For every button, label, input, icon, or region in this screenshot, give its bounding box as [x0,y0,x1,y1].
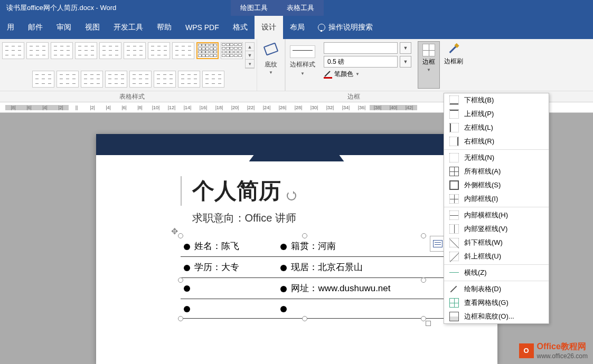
menu-item-inside-v-border[interactable]: 内部竖框线(V) [444,222,549,236]
chevron-down-icon[interactable]: ▼ [400,56,411,68]
chevron-down-icon: ▼ [300,71,305,76]
menu-item-diag-up-border[interactable]: 斜上框线(U) [444,250,549,263]
table-style-option[interactable] [105,71,127,88]
watermark: O Office教程网 www.office26.com [519,341,588,360]
contextual-tabs: 绘图工具 表格工具 [231,0,324,16]
menu-item-bottom-border[interactable]: 下框线(B) [444,93,549,107]
selection-handle[interactable] [302,316,307,321]
table-style-selected[interactable] [196,42,219,59]
table-row[interactable] [181,299,460,319]
borders-split-button[interactable]: 边框 ▼ [418,41,440,89]
menu-item-outside-borders[interactable]: 外侧框线(S) [444,178,549,192]
table-style-option[interactable] [221,42,243,59]
table-row[interactable]: 学历：大专现居：北京石景山 [181,257,460,278]
border-painter-label: 边框刷 [444,57,463,66]
table-style-option[interactable] [172,42,194,59]
menu-item-right-border[interactable]: 右框线(R) [444,135,549,148]
pen-icon [324,70,332,79]
watermark-url: www.office26.com [537,352,588,360]
selection-handle[interactable] [178,316,183,321]
table-row[interactable]: 姓名：陈飞籍贯：河南 [181,236,460,257]
bucket-icon [262,42,279,59]
menu-item-no-border[interactable]: 无框线(N) [444,151,549,165]
menu-item-draw-table[interactable]: 绘制表格(D) [444,282,549,296]
borders-label: 边框 [422,58,435,66]
borders-dropdown-menu: 下框线(B) 上框线(P) 左框线(L) 右框线(R) 无框线(N) 所有框线(… [444,93,549,324]
layout-options-button[interactable] [430,236,446,252]
selection-handle[interactable] [302,233,307,238]
selection-handle[interactable] [178,233,183,238]
tab-help[interactable]: 帮助 [150,16,178,39]
rotate-handle-icon[interactable] [287,191,296,200]
menu-item-inside-borders[interactable]: 内部框线(I) [444,192,549,206]
tell-me-search[interactable]: 操作说明搜索 [312,23,373,32]
line-style-dropdown[interactable] [324,42,398,54]
menu-item-view-gridlines[interactable]: 查看网格线(G) [444,296,549,310]
drawing-tools-tab-header: 绘图工具 [231,0,277,16]
tab-format[interactable]: 格式 [226,16,255,39]
gallery-down-arrow[interactable]: ▼ [246,51,254,60]
table-style-option[interactable] [202,71,224,88]
menu-item-inside-h-border[interactable]: 内部横框线(H) [444,208,549,222]
chevron-down-icon[interactable]: ▼ [400,42,411,54]
table-style-option[interactable] [26,42,49,59]
table-style-option[interactable] [99,42,121,59]
pen-color-label: 笔颜色 [334,70,353,79]
inside-h-border-icon [449,210,459,220]
no-border-icon [449,153,459,162]
selection-handle[interactable] [421,277,426,283]
shading-button[interactable]: 底纹 ▼ [257,39,285,91]
inside-v-border-icon [449,224,459,234]
table-style-option[interactable] [57,71,79,88]
border-painter-button[interactable]: 边框刷 [440,41,467,89]
table-style-option[interactable] [81,71,103,88]
menu-item-borders-and-shading[interactable]: 边框和底纹(O)... [444,310,549,323]
table-style-option[interactable] [2,42,24,59]
inside-border-icon [449,194,459,204]
table-resize-handle[interactable] [426,321,431,326]
line-weight-dropdown[interactable]: 0.5 磅 [324,56,398,68]
table-style-option[interactable] [154,71,176,88]
table-style-option[interactable] [124,42,146,59]
table-styles-gallery[interactable]: ▲ ▼ ▾ [0,39,257,91]
menu-item-horizontal-line[interactable]: 横线(Z) [444,266,549,280]
selection-handle[interactable] [178,277,183,283]
border-buttons-group: 边框 ▼ 边框刷 [416,39,469,91]
table-style-option[interactable] [129,71,152,88]
outside-border-icon [449,180,459,190]
tab-developer[interactable]: 开发工具 [107,16,150,39]
selection-handle[interactable] [421,233,426,238]
resume-subtitle[interactable]: 求职意向：Office 讲师 [192,211,423,225]
table-move-handle-icon[interactable]: ✥ [171,226,178,236]
watermark-title: Office教程网 [537,341,588,352]
left-border-icon [449,123,459,132]
office-logo-icon: O [519,343,534,358]
tab-review[interactable]: 审阅 [50,16,78,39]
border-style-button[interactable]: 边框样式 ▼ [286,39,319,91]
menu-item-all-borders[interactable]: 所有框线(A) [444,165,549,178]
tab-layout[interactable]: 布局 [283,16,312,39]
resume-table[interactable]: 姓名：陈飞籍贯：河南学历：大专现居：北京石景山网址：www.dushuwu.ne… [181,236,460,319]
table-row[interactable]: 网址：www.dushuwu.net [181,278,460,299]
resume-title[interactable]: 个人简历 [181,176,423,206]
page: 个人简历 求职意向：Office 讲师 ✥ 姓名：陈飞籍贯：河 [96,134,497,364]
gallery-up-arrow[interactable]: ▲ [246,43,254,51]
gallery-more-arrow[interactable]: ▾ [246,60,254,68]
table-style-option[interactable] [32,71,54,88]
tab-design[interactable]: 设计 [255,16,283,39]
table-style-option[interactable] [178,71,200,88]
tab-mailings[interactable]: 邮件 [21,16,50,39]
menu-item-diag-down-border[interactable]: 斜下框线(W) [444,236,549,250]
menu-item-top-border[interactable]: 上框线(P) [444,107,549,121]
table-style-option[interactable] [51,42,73,59]
pen-color-button[interactable]: 笔颜色 ▼ [324,70,411,79]
menu-item-left-border[interactable]: 左框线(L) [444,121,549,135]
border-grid-icon [422,44,435,56]
tab-view[interactable]: 视图 [78,16,107,39]
tab-references-partial[interactable]: 用 [0,16,21,39]
table-style-option[interactable] [75,42,97,59]
table-style-option[interactable] [148,42,170,59]
header-tab-shape [249,149,344,161]
title-bar: 读书屋office网个人简历.docx - Word 绘图工具 表格工具 [0,0,593,16]
tab-wps-pdf[interactable]: WPS PDF [178,16,226,39]
